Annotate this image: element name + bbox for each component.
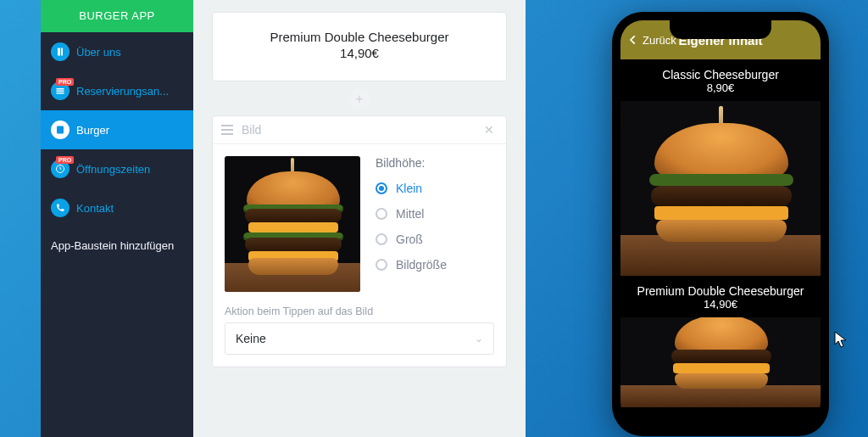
burger-illustration <box>225 156 360 292</box>
menu-item-title: Premium Double Cheeseburger <box>620 276 821 298</box>
phone-screen: Zurück Eigener Inhalt Classic Cheeseburg… <box>620 20 821 424</box>
image-height-option-small[interactable]: Klein <box>376 182 494 195</box>
option-label: Klein <box>396 182 422 195</box>
option-label: Bildgröße <box>396 258 447 272</box>
svg-rect-0 <box>58 48 60 56</box>
back-button[interactable]: Zurück <box>627 34 676 47</box>
sidebar-item-label: Reservierungsan... <box>76 85 169 98</box>
sidebar-item-label: Kontakt <box>76 202 114 215</box>
image-block-header-label: Bild <box>242 123 261 137</box>
radio-icon <box>376 233 387 245</box>
menu-item-price: 8,90€ <box>620 81 821 101</box>
image-block-header[interactable]: Bild ✕ <box>213 116 506 144</box>
back-label: Zurück <box>643 34 676 47</box>
svg-rect-2 <box>57 88 64 90</box>
text-block-title: Premium Double Cheeseburger <box>221 30 498 44</box>
cursor-icon <box>834 331 848 348</box>
sidebar-item-contact[interactable]: Kontakt <box>41 188 193 227</box>
sidebar-item-about[interactable]: Über uns <box>41 32 193 71</box>
sidebar-item-burger[interactable]: Burger <box>41 110 193 149</box>
phone-icon <box>51 199 70 217</box>
sidebar-item-label: Über uns <box>76 46 121 59</box>
close-icon[interactable]: ✕ <box>481 123 498 137</box>
svg-rect-3 <box>57 91 64 92</box>
svg-rect-1 <box>61 48 63 56</box>
image-height-option-medium[interactable]: Mittel <box>376 207 494 221</box>
svg-rect-4 <box>57 92 64 94</box>
pro-badge: PRO <box>56 78 74 86</box>
text-block[interactable]: Premium Double Cheeseburger 14,90€ <box>212 12 507 81</box>
sidebar: BURGER APP Über uns PRO Reservierungsan.… <box>41 0 193 437</box>
image-height-options: Bildhöhe: Klein Mittel Groß <box>376 156 494 292</box>
image-thumbnail[interactable] <box>225 156 360 292</box>
editor-panel: Premium Double Cheeseburger 14,90€ + Bil… <box>193 0 526 437</box>
add-block-button[interactable]: + <box>348 88 370 110</box>
option-label: Mittel <box>396 207 424 221</box>
sidebar-item-label: Burger <box>76 124 109 137</box>
svg-rect-5 <box>57 126 64 134</box>
menu-item-image <box>620 101 821 276</box>
chevron-down-icon: ⌄ <box>475 333 483 345</box>
info-icon <box>51 42 70 61</box>
drag-handle-icon[interactable] <box>221 125 233 135</box>
phone-preview: Zurück Eigener Inhalt Classic Cheeseburg… <box>612 12 829 436</box>
sidebar-item-reservations[interactable]: PRO Reservierungsan... <box>41 71 193 110</box>
tap-action-dropdown[interactable]: Keine ⌄ <box>225 322 494 355</box>
radio-icon <box>376 182 387 194</box>
sidebar-item-label: Öffnungszeiten <box>76 163 150 176</box>
menu-item[interactable]: Classic Cheeseburger 8,90€ <box>620 59 821 276</box>
image-height-label: Bildhöhe: <box>376 156 494 170</box>
menu-item-title: Classic Cheeseburger <box>620 59 821 81</box>
sidebar-item-hours[interactable]: PRO Öffnungszeiten <box>41 149 193 188</box>
pro-badge: PRO <box>56 156 74 164</box>
text-block-price: 14,90€ <box>221 46 498 60</box>
add-module-button[interactable]: App-Baustein hinzufügen <box>41 227 193 264</box>
option-label: Groß <box>396 233 423 246</box>
menu-item-price: 14,90€ <box>620 298 821 317</box>
radio-icon <box>376 259 387 271</box>
dropdown-value: Keine <box>236 332 266 345</box>
image-height-option-large[interactable]: Groß <box>376 233 494 246</box>
menu-item-image <box>620 317 821 407</box>
radio-icon <box>376 208 387 220</box>
app-brand: BURGER APP <box>41 0 193 32</box>
chevron-left-icon <box>627 34 639 46</box>
menu-item[interactable]: Premium Double Cheeseburger 14,90€ <box>620 276 821 407</box>
image-height-option-original[interactable]: Bildgröße <box>376 258 494 272</box>
page-icon <box>51 120 70 139</box>
phone-notch <box>670 20 771 39</box>
tap-action-label: Aktion beim Tippen auf das Bild <box>213 297 506 322</box>
image-block: Bild ✕ <box>212 115 507 367</box>
phone-content[interactable]: Classic Cheeseburger 8,90€ Premium Doubl… <box>620 59 821 424</box>
